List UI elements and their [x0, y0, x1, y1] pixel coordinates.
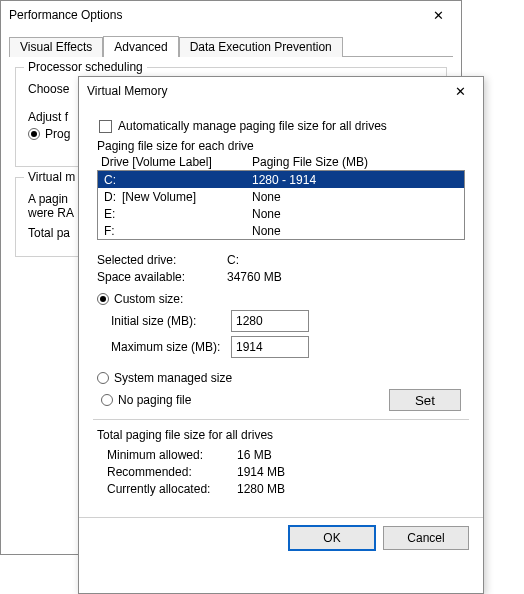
drive-size: None	[252, 207, 458, 221]
auto-manage-row[interactable]: Automatically manage paging file size fo…	[99, 119, 469, 133]
system-managed-label: System managed size	[114, 371, 232, 385]
close-icon[interactable]: ✕	[421, 4, 455, 26]
selected-drive-value: C:	[227, 253, 239, 267]
drive-letter: C:	[104, 173, 122, 187]
recommended-value: 1914 MB	[237, 465, 285, 479]
drive-list-header: Drive [Volume Label] Paging File Size (M…	[97, 155, 465, 169]
size-header-label: Paging File Size (MB)	[252, 155, 368, 169]
virtual-memory-dialog: Virtual Memory ✕ Automatically manage pa…	[78, 76, 484, 594]
drive-size: 1280 - 1914	[252, 173, 458, 187]
vm-title: Virtual Memory	[87, 84, 443, 98]
drive-row[interactable]: F: None	[98, 222, 464, 239]
radio-icon	[101, 394, 113, 406]
radio-icon	[97, 293, 109, 305]
drive-header-label: Drive [Volume Label]	[97, 155, 252, 169]
group-legend: Processor scheduling	[24, 60, 147, 74]
no-paging-label: No paging file	[118, 393, 191, 407]
group-legend: Virtual m	[24, 170, 79, 184]
initial-size-input[interactable]	[231, 310, 309, 332]
space-available-value: 34760 MB	[227, 270, 282, 284]
vm-titlebar[interactable]: Virtual Memory ✕	[79, 77, 483, 105]
recommended-label: Recommended:	[107, 465, 237, 479]
drive-letter: F:	[104, 224, 122, 238]
checkbox-icon[interactable]	[99, 120, 112, 133]
drive-size: None	[252, 224, 458, 238]
drive-letter: E:	[104, 207, 122, 221]
currently-allocated-value: 1280 MB	[237, 482, 285, 496]
close-icon[interactable]: ✕	[443, 80, 477, 102]
drive-row[interactable]: E: None	[98, 205, 464, 222]
drive-volume: [New Volume]	[122, 190, 252, 204]
totals-heading: Total paging file size for all drives	[97, 428, 465, 442]
maximum-size-input[interactable]	[231, 336, 309, 358]
min-allowed-value: 16 MB	[237, 448, 272, 462]
maximum-size-label: Maximum size (MB):	[111, 340, 231, 354]
programs-label: Prog	[45, 127, 70, 141]
system-managed-radio[interactable]: System managed size	[97, 371, 465, 385]
auto-manage-label: Automatically manage paging file size fo…	[118, 119, 387, 133]
drive-row[interactable]: D: [New Volume] None	[98, 188, 464, 205]
radio-icon	[28, 128, 40, 140]
drive-letter: D:	[104, 190, 122, 204]
min-allowed-label: Minimum allowed:	[107, 448, 237, 462]
custom-size-radio[interactable]: Custom size:	[97, 292, 465, 306]
perf-title: Performance Options	[9, 8, 421, 22]
tab-visual-effects[interactable]: Visual Effects	[9, 37, 103, 57]
ok-button[interactable]: OK	[289, 526, 375, 550]
set-button[interactable]: Set	[389, 389, 461, 411]
tab-advanced[interactable]: Advanced	[103, 36, 178, 57]
dialog-button-row: OK Cancel	[79, 517, 483, 560]
radio-icon	[97, 372, 109, 384]
drive-list[interactable]: C: 1280 - 1914 D: [New Volume] None E: N…	[97, 170, 465, 240]
perf-titlebar[interactable]: Performance Options ✕	[1, 1, 461, 29]
initial-size-label: Initial size (MB):	[111, 314, 231, 328]
perf-tabs: Visual Effects Advanced Data Execution P…	[9, 35, 453, 57]
space-available-label: Space available:	[97, 270, 227, 284]
custom-size-label: Custom size:	[114, 292, 183, 306]
currently-allocated-label: Currently allocated:	[107, 482, 237, 496]
each-drive-heading: Paging file size for each drive	[97, 139, 469, 153]
drive-row[interactable]: C: 1280 - 1914	[98, 171, 464, 188]
no-paging-radio[interactable]: No paging file	[101, 393, 191, 407]
tab-dep[interactable]: Data Execution Prevention	[179, 37, 343, 57]
cancel-button[interactable]: Cancel	[383, 526, 469, 550]
drive-size: None	[252, 190, 458, 204]
selected-drive-label: Selected drive:	[97, 253, 227, 267]
